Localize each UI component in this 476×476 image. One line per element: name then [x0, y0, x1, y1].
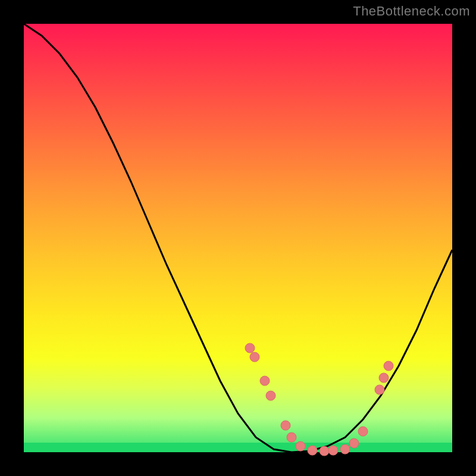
data-dot: [296, 441, 305, 451]
plot-area: [24, 24, 452, 452]
curve-svg: [24, 24, 452, 452]
chart-container: TheBottleneck.com: [0, 0, 476, 476]
data-dot: [375, 385, 384, 394]
data-dot: [250, 352, 259, 362]
data-dot: [379, 373, 389, 383]
bottleneck-curve: [24, 24, 452, 452]
data-dot: [308, 446, 317, 455]
data-dot: [358, 427, 368, 436]
data-dot: [281, 421, 290, 430]
attribution-text: TheBottleneck.com: [353, 4, 470, 19]
data-dot: [340, 444, 350, 454]
data-dot: [260, 376, 270, 386]
data-dot: [287, 433, 296, 442]
data-dot: [349, 439, 359, 448]
data-dots: [245, 343, 393, 456]
data-dot: [266, 391, 275, 400]
data-dot: [328, 446, 338, 455]
data-dot: [384, 361, 393, 371]
data-dot: [245, 343, 255, 353]
data-dot: [320, 446, 329, 456]
